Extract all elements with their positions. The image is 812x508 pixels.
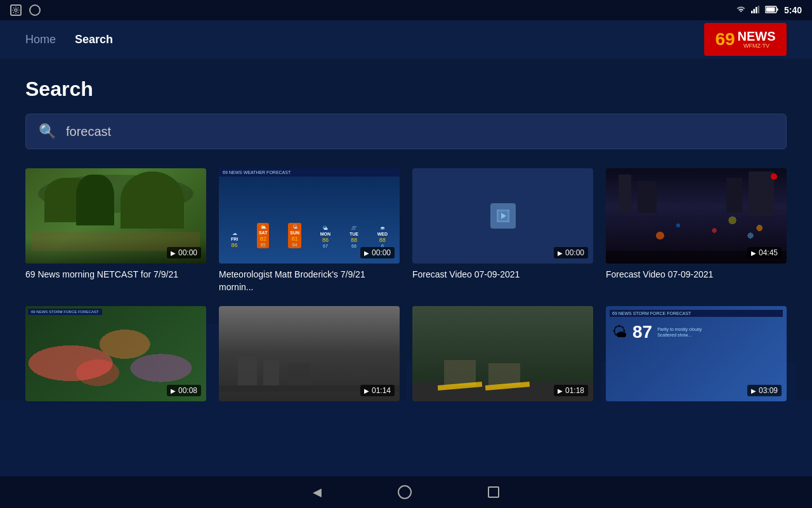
svg-point-0 [15, 9, 17, 11]
video-duration-6: ▶ 01:14 [360, 385, 395, 396]
video-thumb-8: 69 NEWS STORM FORCE FORECAST 🌤 87 Partly… [606, 306, 787, 401]
status-bar-right: 5:40 [736, 5, 802, 15]
video-thumb-6: ▶ 01:14 [219, 306, 400, 401]
video-duration-1: ▶ 00:00 [167, 247, 201, 258]
svg-rect-1 [751, 11, 753, 13]
forecast-body: 🌤 87 Partly to mostly cloudyScattered sh… [610, 319, 783, 345]
time-display: 5:40 [784, 5, 802, 15]
svg-rect-2 [753, 9, 755, 13]
settings-icon [10, 4, 22, 16]
svg-rect-3 [756, 7, 757, 13]
logo-news-text: NEWS [738, 30, 776, 43]
video-duration-8: ▶ 03:09 [747, 385, 782, 396]
status-bar-left [10, 4, 41, 16]
search-icon: 🔍 [39, 123, 56, 140]
signal-icon [751, 6, 760, 15]
video-card-7[interactable]: ▶ 01:18 [412, 306, 593, 406]
play-icon-5: ▶ [171, 387, 176, 394]
video-title-1: 69 News morning NETCAST for 7/9/21 [25, 269, 206, 281]
home-button[interactable] [398, 485, 412, 499]
play-icon-2: ▶ [364, 250, 369, 257]
video-thumb-7: ▶ 01:18 [412, 306, 593, 401]
play-icon-3: ▶ [558, 250, 563, 257]
video-card-5[interactable]: 69 NEWS STORM FORCE FORECAST ▶ 00:08 [25, 306, 206, 406]
channel-logo: 69 NEWS WFMZ·TV [704, 23, 787, 56]
play-icon-7: ▶ [558, 387, 563, 394]
play-button-large-3 [490, 203, 516, 229]
video-duration-3: ▶ 00:00 [554, 247, 588, 258]
video-thumb-5: 69 NEWS STORM FORCE FORECAST ▶ 00:08 [25, 306, 206, 401]
video-card-6[interactable]: ▶ 01:14 [219, 306, 400, 406]
search-input[interactable] [66, 124, 773, 139]
nav-search[interactable]: Search [75, 33, 113, 46]
forecast-temp: 87 [632, 322, 652, 342]
forecast-sun-icon: 🌤 [612, 323, 627, 341]
video-card-3[interactable]: ▶ 00:00 Forecast Video 07-09-2021 [412, 168, 593, 293]
video-duration-7: ▶ 01:18 [554, 385, 588, 396]
svg-rect-4 [757, 6, 759, 13]
video-thumb-2: 69 NEWS WEATHER FORECAST ☁ FRI 86 ⛅ SAT … [219, 168, 400, 264]
play-icon-6: ▶ [364, 387, 369, 394]
video-title-3: Forecast Video 07-09-2021 [412, 269, 593, 281]
logo-container: 69 NEWS WFMZ·TV [704, 23, 787, 56]
video-card-1[interactable]: ▶ 00:00 69 News morning NETCAST for 7/9/… [25, 168, 206, 293]
play-icon-8: ▶ [751, 387, 756, 394]
nav-links: Home Search [25, 33, 113, 46]
forecast-header: 69 NEWS STORM FORCE FORECAST [610, 310, 783, 317]
video-title-2: Meteorologist Matt Broderick's 7/9/21 mo… [219, 269, 400, 293]
video-card-2[interactable]: 69 NEWS WEATHER FORECAST ☁ FRI 86 ⛅ SAT … [219, 168, 400, 293]
video-thumb-3: ▶ 00:00 [412, 168, 593, 264]
back-button[interactable]: ◀ [313, 485, 322, 499]
wifi-icon [736, 6, 746, 15]
nav-home[interactable]: Home [25, 33, 56, 46]
main-content: Search 🔍 ▶ 00:00 69 News mornin [0, 58, 812, 425]
recents-square [488, 486, 499, 498]
video-card-4[interactable]: ▶ 04:45 Forecast Video 07-09-2021 [606, 168, 787, 293]
video-title-4: Forecast Video 07-09-2021 [606, 269, 787, 281]
video-duration-4: ▶ 04:45 [747, 247, 782, 258]
page-title: Search [25, 77, 787, 101]
logo-number: 69 [715, 30, 735, 48]
svg-rect-7 [766, 7, 775, 11]
play-icon-1: ▶ [171, 250, 176, 257]
video-thumb-1: ▶ 00:00 [25, 168, 206, 264]
battery-icon [765, 6, 779, 15]
video-duration-2: ▶ 00:00 [360, 247, 395, 258]
recents-button[interactable] [488, 486, 499, 498]
video-card-8[interactable]: 69 NEWS STORM FORCE FORECAST 🌤 87 Partly… [606, 306, 787, 406]
svg-rect-6 [776, 8, 778, 11]
play-icon-4: ▶ [751, 250, 756, 257]
video-duration-5: ▶ 00:08 [167, 385, 201, 396]
video-thumb-4: ▶ 04:45 [606, 168, 787, 264]
video-grid: ▶ 00:00 69 News morning NETCAST for 7/9/… [25, 168, 787, 406]
home-circle [398, 485, 412, 499]
bottom-navigation: ◀ [0, 476, 812, 508]
status-bar: 5:40 [0, 0, 812, 20]
svg-rect-13 [497, 220, 509, 222]
forecast-desc: Partly to mostly cloudyScattered show... [657, 326, 702, 338]
top-navigation: Home Search 69 NEWS WFMZ·TV [0, 20, 812, 58]
logo-station: WFMZ·TV [738, 43, 776, 49]
svg-rect-12 [497, 210, 509, 211]
notification-icon [29, 4, 41, 16]
search-bar[interactable]: 🔍 [25, 114, 787, 149]
